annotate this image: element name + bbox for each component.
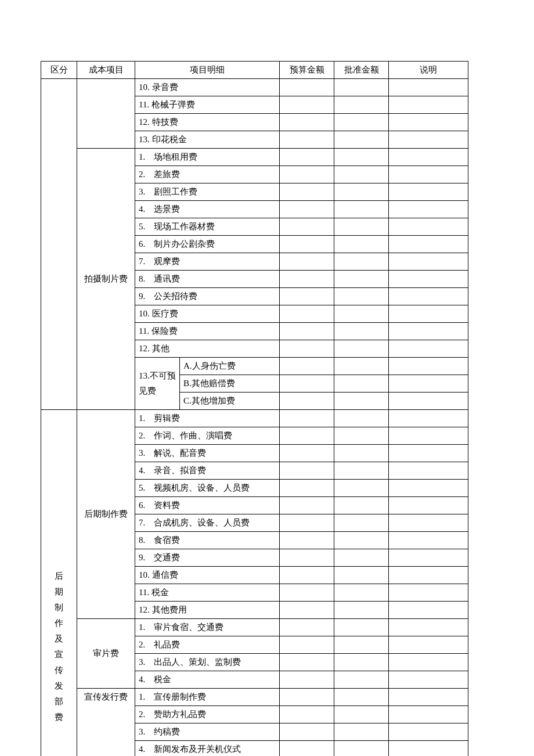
note-cell [389,671,468,689]
note-cell [389,323,468,340]
detail-cell: 2. 礼品费 [135,636,280,654]
detail-cell: 1. 审片食宿、交通费 [135,619,280,636]
approved-cell [334,340,389,358]
budget-cell [280,584,334,602]
detail-cell: 10. 通信费 [135,567,280,584]
approved-cell [334,723,389,741]
note-cell [389,445,468,462]
budget-cell [280,532,334,549]
note-cell [389,149,468,166]
header-budget: 预算金额 [280,62,334,79]
note-cell [389,131,468,149]
detail-cell: 2. 差旅费 [135,166,280,183]
detail-cell-unforeseen-label: 13.不可预见费 [135,358,180,410]
detail-cell: 2. 赞助方礼品费 [135,706,280,723]
note-cell [389,567,468,584]
approved-cell [334,706,389,723]
note-cell [389,79,468,96]
detail-cell: 11. 税金 [135,584,280,602]
budget-cell [280,149,334,166]
budget-table: 区分 成本项目 项目明细 预算金额 批准金额 说明 10. 录音费 11. 枪械… [41,61,468,756]
header-note: 说明 [389,62,468,79]
budget-cell [280,218,334,236]
budget-cell [280,706,334,723]
budget-cell [280,166,334,183]
note-cell [389,654,468,671]
category-cell-blank [41,79,77,410]
approved-cell [334,480,389,497]
approved-cell [334,549,389,567]
budget-cell [280,79,334,96]
budget-cell [280,602,334,619]
detail-cell: 12. 其他 [135,340,280,358]
detail-cell: 1. 剪辑费 [135,410,280,427]
budget-cell [280,741,334,757]
budget-cell [280,183,334,201]
budget-cell [280,358,334,375]
table-row: 宣传发行费 1. 宣传册制作费 [41,689,468,706]
note-cell [389,218,468,236]
detail-cell: 4. 新闻发布及开关机仪式 [135,741,280,757]
cost-item-post-production: 后期制作费 [77,410,135,619]
budget-cell [280,114,334,131]
approved-cell [334,166,389,183]
note-cell [389,549,468,567]
note-cell [389,689,468,706]
approved-cell [334,323,389,340]
approved-cell [334,271,389,288]
note-cell [389,166,468,183]
note-cell [389,602,468,619]
detail-cell: 10. 医疗费 [135,305,280,323]
detail-cell: 9. 公关招待费 [135,288,280,305]
approved-cell [334,462,389,480]
approved-cell [334,358,389,375]
header-approved: 批准金额 [334,62,389,79]
budget-cell [280,305,334,323]
cost-item-promotion: 宣传发行费 [77,689,135,757]
approved-cell [334,427,389,445]
note-cell [389,253,468,271]
note-cell [389,183,468,201]
detail-cell: 4. 录音、拟音费 [135,462,280,480]
budget-cell [280,288,334,305]
approved-cell [334,445,389,462]
detail-cell: 8. 通讯费 [135,271,280,288]
approved-cell [334,253,389,271]
approved-cell [334,497,389,514]
budget-cell [280,619,334,636]
detail-cell: C.其他增加费 [180,393,280,410]
approved-cell [334,375,389,393]
budget-cell [280,445,334,462]
detail-cell: 10. 录音费 [135,79,280,96]
approved-cell [334,288,389,305]
detail-cell: 6. 资料费 [135,497,280,514]
note-cell [389,723,468,741]
detail-cell: A.人身伤亡费 [180,358,280,375]
budget-cell [280,549,334,567]
budget-cell [280,480,334,497]
table-row: 拍摄制片费 1. 场地租用费 [41,149,468,166]
note-cell [389,236,468,253]
detail-cell: 6. 制片办公剧杂费 [135,236,280,253]
approved-cell [334,96,389,114]
budget-cell [280,636,334,654]
budget-cell [280,271,334,288]
note-cell [389,462,468,480]
detail-cell: 11. 枪械子弹费 [135,96,280,114]
note-cell [389,532,468,549]
approved-cell [334,741,389,757]
budget-cell [280,514,334,532]
approved-cell [334,305,389,323]
approved-cell [334,131,389,149]
approved-cell [334,567,389,584]
table-row: 审片费 1. 审片食宿、交通费 [41,619,468,636]
cost-item-cell-blank [77,79,135,149]
budget-cell [280,96,334,114]
note-cell [389,96,468,114]
detail-cell: 9. 交通费 [135,549,280,567]
approved-cell [334,201,389,218]
cost-item-review: 审片费 [77,619,135,689]
note-cell [389,410,468,427]
detail-cell: 13. 印花税金 [135,131,280,149]
approved-cell [334,636,389,654]
